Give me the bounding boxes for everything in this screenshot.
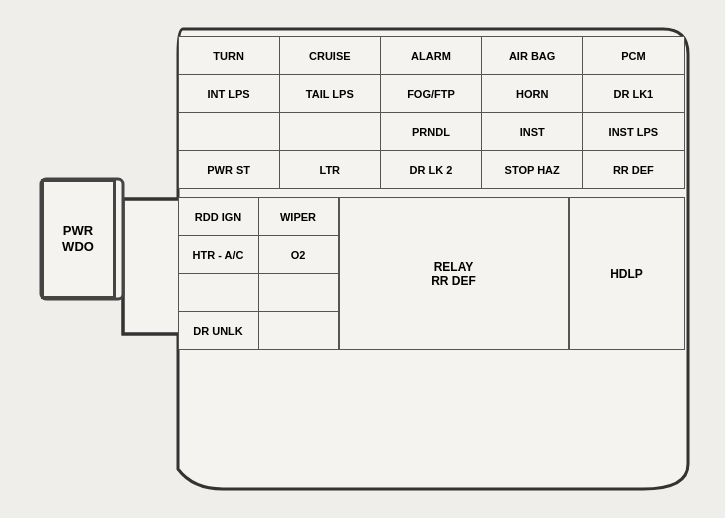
fuse-cell (258, 274, 338, 312)
fuse-cell: HTR - A/C (178, 236, 258, 274)
fuse-cell: WIPER (258, 198, 338, 236)
fuse-cell: DR UNLK (178, 312, 258, 350)
fuse-cell: PCM (583, 37, 684, 75)
fuse-cell: INST (482, 113, 583, 151)
fuse-cell: RR DEF (583, 151, 684, 189)
fuse-cell: TAIL LPS (279, 75, 380, 113)
fuse-cell: FOG/FTP (380, 75, 481, 113)
fuse-cell: TURN (178, 37, 279, 75)
bottom-left-grid: RDD IGNWIPERHTR - A/CO2DR UNLK (178, 197, 339, 350)
fuse-box-diagram: PWR WDO TURNCRUISEALARMAIR BAGPCMINT LPS… (23, 14, 703, 504)
fuse-grid-area: TURNCRUISEALARMAIR BAGPCMINT LPSTAIL LPS… (178, 36, 685, 486)
relay-rr-def-cell: RELAY RR DEF (339, 197, 569, 350)
fuse-cell: O2 (258, 236, 338, 274)
fuse-cell (178, 274, 258, 312)
bottom-section: RDD IGNWIPERHTR - A/CO2DR UNLK RELAY RR … (178, 197, 685, 350)
fuse-cell: LTR (279, 151, 380, 189)
fuse-cell: ALARM (380, 37, 481, 75)
fuse-cell (258, 312, 338, 350)
fuse-cell (279, 113, 380, 151)
fuse-cell (178, 113, 279, 151)
fuse-cell: INT LPS (178, 75, 279, 113)
fuse-cell: AIR BAG (482, 37, 583, 75)
fuse-cell: DR LK 2 (380, 151, 481, 189)
fuse-cell: DR LK1 (583, 75, 684, 113)
fuse-cell: PWR ST (178, 151, 279, 189)
fuse-cell: RDD IGN (178, 198, 258, 236)
bottom-left-table: RDD IGNWIPERHTR - A/CO2DR UNLK (178, 197, 339, 350)
top-fuse-table: TURNCRUISEALARMAIR BAGPCMINT LPSTAIL LPS… (178, 36, 685, 189)
bottom-right-cells: RELAY RR DEF HDLP (339, 197, 685, 350)
pwr-wdo-cell: PWR WDO (41, 179, 116, 299)
fuse-cell: STOP HAZ (482, 151, 583, 189)
fuse-cell: CRUISE (279, 37, 380, 75)
fuse-cell: HORN (482, 75, 583, 113)
fuse-cell: INST LPS (583, 113, 684, 151)
fuse-cell: PRNDL (380, 113, 481, 151)
hdlp-cell: HDLP (569, 197, 685, 350)
